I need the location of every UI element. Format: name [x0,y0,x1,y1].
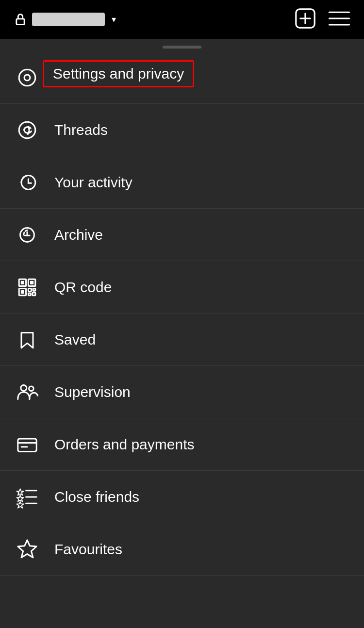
menu-item-archive[interactable]: Archive [0,209,364,261]
supervision-label: Supervision [54,384,131,400]
drag-handle-container [0,39,364,51]
menu-sheet: Settings and privacy Threads Your activi… [0,39,364,628]
menu-item-saved[interactable]: Saved [0,314,364,366]
username-bar [32,13,105,26]
svg-point-26 [21,385,27,391]
qr-icon [14,274,41,301]
hamburger-menu-button[interactable] [328,10,350,29]
svg-rect-19 [30,281,33,284]
favourites-icon [14,536,41,563]
svg-point-27 [29,386,34,391]
svg-marker-31 [17,489,23,495]
chevron-down-icon: ▾ [112,14,116,25]
svg-rect-17 [21,281,24,284]
svg-marker-35 [17,495,23,501]
svg-rect-21 [21,290,24,294]
your-activity-label: Your activity [54,174,132,191]
threads-label: Threads [54,122,108,138]
menu-item-close-friends[interactable]: Close friends [0,471,364,523]
svg-rect-24 [28,293,31,296]
activity-icon [14,169,41,196]
settings-privacy-highlight-box: Settings and privacy [43,60,194,87]
svg-rect-0 [17,19,24,25]
qr-code-label: QR code [54,279,112,296]
svg-rect-22 [28,288,31,291]
menu-item-settings-privacy[interactable]: Settings and privacy [0,51,364,104]
new-post-button[interactable] [294,7,316,32]
settings-privacy-label: Settings and privacy [53,66,184,82]
close-friends-label: Close friends [54,489,139,505]
svg-marker-37 [18,540,36,557]
status-bar: ▾ [0,0,364,39]
supervision-icon [14,379,41,406]
menu-item-orders-payments[interactable]: Orders and payments [0,418,364,471]
saved-icon [14,326,41,353]
saved-label: Saved [54,331,96,348]
orders-payments-label: Orders and payments [54,436,194,453]
svg-point-9 [19,122,35,138]
status-right [294,7,350,32]
menu-item-favourites[interactable]: Favourites [0,523,364,576]
svg-point-7 [19,69,35,86]
threads-icon [14,116,41,144]
svg-rect-23 [33,288,35,291]
close-friends-icon [14,483,41,511]
settings-icon [14,64,41,91]
svg-marker-36 [17,501,23,508]
menu-item-qr-code[interactable]: QR code [0,261,364,314]
drag-handle [163,46,201,49]
lock-icon [14,13,27,26]
payments-icon [14,431,41,458]
svg-rect-25 [33,292,35,295]
status-left: ▾ [14,13,116,26]
svg-rect-28 [18,439,36,451]
svg-point-8 [24,75,30,81]
archive-icon [14,221,41,248]
archive-label: Archive [54,227,103,243]
menu-item-threads[interactable]: Threads [0,104,364,156]
favourites-label: Favourites [54,541,122,558]
menu-item-supervision[interactable]: Supervision [0,366,364,418]
menu-item-your-activity[interactable]: Your activity [0,156,364,209]
